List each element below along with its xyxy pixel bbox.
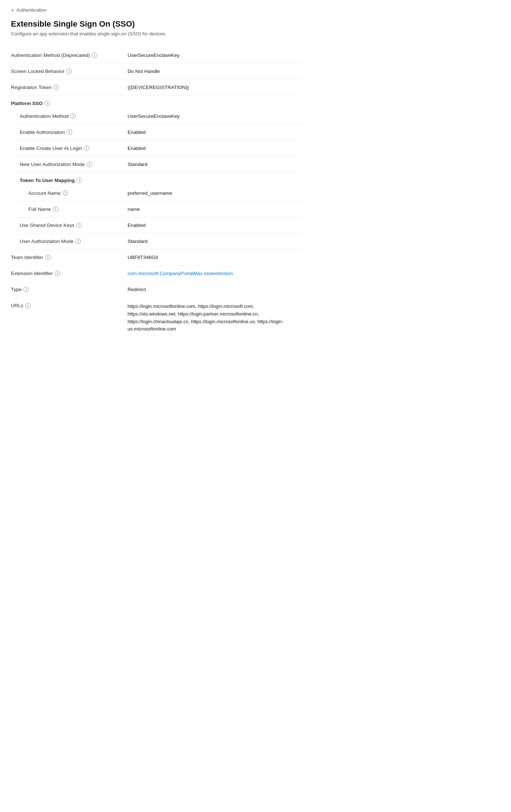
- label-text-enable-create-user: Enable Create User At Login: [20, 146, 82, 151]
- field-label-screen-locked-behavior: Screen Locked Behaviori: [11, 69, 128, 74]
- field-value-auth-method: UserSecureEnclaveKey: [128, 113, 303, 119]
- field-value-enable-create-user: Enabled: [128, 146, 303, 151]
- field-label-enable-authorization: Enable Authorizationi: [11, 129, 128, 135]
- label-text-registration-token: Registration Token: [11, 85, 52, 90]
- field-row-user-auth-mode: User Authorization ModeiStandard: [11, 233, 303, 250]
- label-text-auth-method-deprecated: Authentication Method (Deprecated): [11, 53, 90, 58]
- info-icon-new-user-auth-mode: i: [87, 162, 92, 167]
- info-icon-enable-authorization: i: [67, 129, 72, 135]
- label-text-full-name: Full Name: [28, 206, 51, 212]
- label-text-team-identifier: Team Identifier: [11, 255, 43, 260]
- label-text-account-name: Account Name: [28, 190, 61, 196]
- fields-container: Authentication Method (Deprecated)iUserS…: [11, 47, 303, 338]
- field-value-auth-method-deprecated: UserSecureEnclaveKey: [128, 53, 303, 58]
- info-icon-auth-method-deprecated: i: [92, 53, 97, 58]
- field-row-full-name: Full Nameiname: [11, 201, 303, 217]
- chevron-up-icon: ∧: [11, 8, 14, 13]
- field-row-enable-create-user: Enable Create User At LoginiEnabled: [11, 140, 303, 156]
- field-value-urls: https://login.microsoftonline.com, https…: [128, 303, 303, 333]
- info-icon-screen-locked-behavior: i: [66, 69, 72, 74]
- field-value-use-shared-device-keys: Enabled: [128, 223, 303, 228]
- field-label-auth-method-deprecated: Authentication Method (Deprecated)i: [11, 53, 128, 58]
- field-row-screen-locked-behavior: Screen Locked BehavioriDo Not Handle: [11, 63, 303, 80]
- field-row-urls: URLsihttps://login.microsoftonline.com, …: [11, 298, 303, 338]
- field-row-account-name: Account Nameipreferred_username: [11, 185, 303, 201]
- field-label-auth-method: Authentication Methodi: [11, 113, 128, 119]
- section-label-text-platform-sso: Platform SSO: [11, 101, 43, 106]
- field-value-extension-identifier: com.microsoft.CompanyPortalMac.ssoextens…: [128, 271, 303, 276]
- breadcrumb-label: Authentication: [16, 7, 46, 13]
- field-row-auth-method-deprecated: Authentication Method (Deprecated)iUserS…: [11, 47, 303, 63]
- field-label-registration-token: Registration Tokeni: [11, 85, 128, 90]
- section-label-text-token-to-user-mapping: Token To User Mapping: [20, 178, 75, 183]
- field-value-enable-authorization: Enabled: [128, 129, 303, 135]
- field-value-user-auth-mode: Standard: [128, 239, 303, 244]
- info-icon-full-name: i: [53, 206, 58, 212]
- info-icon-account-name: i: [63, 190, 68, 196]
- field-row-new-user-auth-mode: New User Authorization ModeiStandard: [11, 156, 303, 173]
- label-text-auth-method: Authentication Method: [20, 113, 69, 119]
- field-value-full-name: name: [128, 206, 303, 212]
- field-label-team-identifier: Team Identifieri: [11, 255, 128, 260]
- field-label-type: Typei: [11, 287, 128, 292]
- info-icon-auth-method: i: [70, 113, 76, 119]
- field-value-screen-locked-behavior: Do Not Handle: [128, 69, 303, 74]
- page-title: Extensible Single Sign On (SSO): [11, 19, 303, 29]
- field-value-account-name: preferred_username: [128, 190, 303, 196]
- field-row-registration-token: Registration Tokeni{{DEVICEREGISTRATION}…: [11, 80, 303, 96]
- field-value-team-identifier: UBF8T346G9: [128, 255, 303, 260]
- label-text-user-auth-mode: User Authorization Mode: [20, 239, 74, 244]
- field-label-extension-identifier: Extension Identifieri: [11, 271, 128, 276]
- info-icon-use-shared-device-keys: i: [76, 223, 82, 228]
- page-subtitle: Configure an app extension that enables …: [11, 31, 303, 36]
- info-icon-user-auth-mode: i: [75, 239, 81, 244]
- field-row-team-identifier: Team IdentifieriUBF8T346G9: [11, 250, 303, 266]
- label-text-screen-locked-behavior: Screen Locked Behavior: [11, 69, 65, 74]
- info-icon-extension-identifier: i: [55, 271, 60, 276]
- field-row-extension-identifier: Extension Identifiericom.microsoft.Compa…: [11, 266, 303, 282]
- field-row-use-shared-device-keys: Use Shared Device KeysiEnabled: [11, 217, 303, 233]
- info-icon-type: i: [23, 287, 29, 292]
- label-text-use-shared-device-keys: Use Shared Device Keys: [20, 223, 74, 228]
- label-text-new-user-auth-mode: New User Authorization Mode: [20, 162, 85, 167]
- field-label-full-name: Full Namei: [11, 206, 128, 212]
- info-icon-urls: i: [25, 303, 31, 308]
- label-text-type: Type: [11, 287, 22, 292]
- breadcrumb: ∧ Authentication: [11, 7, 303, 13]
- info-icon-platform-sso: i: [44, 101, 50, 106]
- field-value-type: Redirect: [128, 287, 303, 292]
- info-icon-enable-create-user: i: [84, 146, 89, 151]
- field-row-type: TypeiRedirect: [11, 282, 303, 298]
- field-row-enable-authorization: Enable AuthorizationiEnabled: [11, 124, 303, 140]
- field-label-new-user-auth-mode: New User Authorization Modei: [11, 162, 128, 167]
- info-icon-token-to-user-mapping: i: [77, 178, 82, 183]
- field-label-account-name: Account Namei: [11, 190, 128, 196]
- label-text-enable-authorization: Enable Authorization: [20, 129, 65, 135]
- section-platform-sso: Platform SSOi: [11, 96, 303, 108]
- label-text-urls: URLs: [11, 303, 23, 308]
- field-value-registration-token: {{DEVICEREGISTRATION}}: [128, 85, 303, 90]
- info-icon-team-identifier: i: [45, 255, 51, 260]
- field-label-user-auth-mode: User Authorization Modei: [11, 239, 128, 244]
- label-text-extension-identifier: Extension Identifier: [11, 271, 53, 276]
- info-icon-registration-token: i: [54, 85, 59, 90]
- field-value-new-user-auth-mode: Standard: [128, 162, 303, 167]
- field-label-urls: URLsi: [11, 303, 128, 308]
- field-row-auth-method: Authentication MethodiUserSecureEnclaveK…: [11, 108, 303, 124]
- field-label-enable-create-user: Enable Create User At Logini: [11, 146, 128, 151]
- section-token-to-user-mapping: Token To User Mappingi: [11, 173, 303, 185]
- field-label-use-shared-device-keys: Use Shared Device Keysi: [11, 223, 128, 228]
